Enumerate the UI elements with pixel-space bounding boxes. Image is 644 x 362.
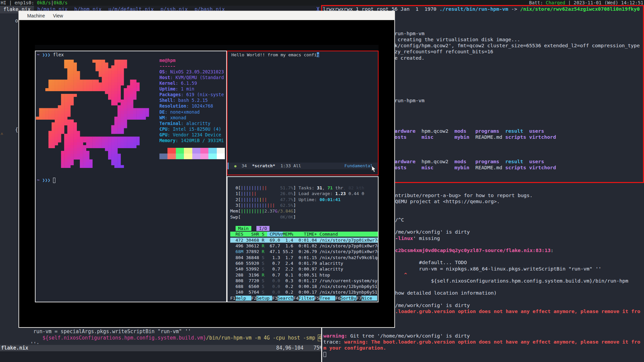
text-segment: 1[ xyxy=(230,191,241,196)
shell-prompt[interactable]: ~ ❯❯❯ xyxy=(37,177,55,183)
fetch-OS: OS: NixOS 23.05.20231023 xyxy=(159,69,224,75)
text-segment: Swp[ xyxy=(230,215,241,220)
vm-emacs-modeline: ● 34 *scratch* 1:33 All Fundamental xyxy=(228,163,378,169)
vm-terminal-fetch[interactable]: ~ ❯❯❯ flex me@hpm------OS: NixOS 23.05.2… xyxy=(35,51,227,302)
fetch-Packages: Packages: 619 (nix-syste xyxy=(159,92,224,98)
text-segment: 3[ xyxy=(230,203,241,208)
text-segment: 0K/0K xyxy=(280,215,293,220)
fetch-Uptime: Uptime: 1 min xyxy=(159,86,194,92)
text-segment: | xyxy=(246,203,249,208)
text-segment: /3.84G xyxy=(278,208,293,214)
htop-meter-row: 0[|||||||||| 51.7%] Tasks: 31, 71 thr, 8… xyxy=(230,185,364,191)
htop-process-row: 68M 37892 R 47.1 55.2 0:26.79 /nix/store… xyxy=(230,249,379,254)
code-line: run-vm = specialArgs.pkgs.writeScriptBin… xyxy=(0,328,191,335)
text-segment: 0.7 2.4 0:01.79 alacritty xyxy=(264,261,343,266)
text-segment: misc xyxy=(422,165,434,170)
text-segment xyxy=(264,278,272,283)
modeline-buffer-name: flake.nix xyxy=(1,345,28,352)
text-segment: 2[ xyxy=(230,197,241,202)
emacs-modeline: flake.nix 84,96-104 75% xyxy=(0,345,321,352)
text-segment: | xyxy=(241,208,243,214)
text-segment: | xyxy=(246,208,249,214)
text-segment: README.md xyxy=(475,134,502,140)
text-segment: ' missing xyxy=(413,235,440,241)
text-segment: , xyxy=(322,185,328,190)
htop-process-row: 688 6560 S 0.0 0.2 0:00.18 /nix/store/12… xyxy=(230,284,379,289)
text-segment: ] xyxy=(293,203,299,208)
text-segment: 472 30468 R 69.0 1.4 0:01.04 /nix/store/… xyxy=(230,238,379,243)
major-mode: Fundamental xyxy=(344,163,373,169)
fetch-Shell: Shell: bash 5.2.15 xyxy=(159,98,208,103)
htop-process-row: 804 36848 S 1.3 1.7 0:01.15 /nix/store/h… xyxy=(230,255,379,260)
terminal-line: warning: Git tree '/home/me/work/config'… xyxy=(324,333,470,339)
menu-machine[interactable]: Machine xyxy=(24,11,48,20)
text-segment: 0.2 0:00.17 /nix/store/12bynbp6y51j xyxy=(280,290,379,295)
htop-tab[interactable]: I/O xyxy=(256,226,269,231)
text-segment: 1.23 xyxy=(335,191,346,196)
palette-swatch xyxy=(192,154,200,159)
text-segment: 67.7 1.6 0:01.02 /nix/store/p7pp0ix0wr7g xyxy=(264,243,379,248)
text-segment: | xyxy=(249,197,251,202)
status-bar-vm: HI | eth0: 0kB/s|0kB/s Batt: Charged | 2… xyxy=(35,45,379,51)
qemu-display[interactable]: HI | eth0: 0kB/s|0kB/s Batt: Charged | 2… xyxy=(19,20,394,327)
text-segment: 37892 xyxy=(243,249,262,254)
htop-header: RES SHR S CPU%▽MEM% TIME+ Command xyxy=(230,231,379,237)
vm-emacs-window[interactable]: Hello World!! from my emacs config ● 34 … xyxy=(227,51,379,175)
htop-process-row: 140 5764 S 0.0 0.2 0:00.17 /nix/store/12… xyxy=(230,289,379,295)
text-segment: MEM% TIME+ Command xyxy=(283,232,379,237)
htop-tab[interactable]: Main xyxy=(236,226,251,231)
vm-screen: HI | eth0: 0kB/s|0kB/s Batt: Charged | 2… xyxy=(35,45,379,302)
text-segment: S xyxy=(262,284,264,289)
text-segment: 0.0 xyxy=(272,284,280,289)
text-segment: | xyxy=(243,191,246,196)
text-segment: | xyxy=(262,197,264,202)
text-segment xyxy=(469,165,476,170)
text-segment: hpm.qcow2 xyxy=(422,159,448,164)
text-segment: | xyxy=(259,203,262,208)
text-segment: 1.3 1.7 0:01.15 /nix/store/ha2fv9kc6lq4 xyxy=(264,255,379,260)
text-segment: virtchord xyxy=(529,165,556,170)
htop-function-keys[interactable]: F1Help F2Setup F3SearchF4FilterF5Tree F6… xyxy=(230,295,377,301)
text-segment: users xyxy=(529,128,544,134)
vm-htop-window[interactable]: 0[|||||||||| 51.7%] Tasks: 31, 71 thr, 8… xyxy=(227,176,379,302)
text-segment: R xyxy=(262,243,264,248)
palette-swatch xyxy=(184,154,192,159)
text-segment: | xyxy=(241,197,243,202)
text-segment: R xyxy=(262,273,264,278)
text-segment xyxy=(466,159,476,164)
palette-swatch xyxy=(176,154,184,159)
text-segment: S xyxy=(262,266,264,272)
htop-process-row: 808 7720 S 0.0 0.3 0:01.17 /run/current-… xyxy=(230,278,379,284)
text-segment: osts xyxy=(395,165,407,170)
fetch-mehpm: me@hpm xyxy=(159,58,176,63)
text-segment: warning: The boot.loader.grub.version op… xyxy=(344,339,640,345)
text-segment xyxy=(434,165,454,170)
fetch-Kernel: Kernel: 6.1.59 xyxy=(159,80,197,86)
text-segment: ./result/bin/run-hpm-vm xyxy=(439,6,508,12)
modeline-accent-bar xyxy=(228,163,229,169)
palette-swatch xyxy=(159,148,167,154)
htop-meter-row: Mem[|||||||||2.37G/3.84G] xyxy=(230,208,299,214)
fetch-Host: Host: KVM/QEMU (Standard xyxy=(159,75,224,80)
qemu-window[interactable]: Machine View HI | eth0: 0kB/s|0kB/s Batt… xyxy=(18,11,395,328)
text-segment: ] xyxy=(293,215,299,220)
text-segment: -linux xyxy=(395,235,413,241)
htop-tabs: Main I/O xyxy=(230,226,275,231)
text-segment: S xyxy=(262,278,264,283)
text-segment: README.md xyxy=(475,165,502,170)
text-segment xyxy=(267,185,280,190)
terminal-cursor xyxy=(324,352,326,357)
text-segment: misc xyxy=(422,134,434,140)
menu-view[interactable]: View xyxy=(50,11,66,20)
scratch-buffer-text: Hello World!! from my emacs config xyxy=(232,52,319,58)
text-segment xyxy=(264,290,272,295)
text-segment: 0.0 xyxy=(272,290,280,295)
terminal-cursor xyxy=(53,178,55,183)
text-segment: Git tree '/home/me/work/config' is dirty xyxy=(347,333,470,339)
text-segment: | xyxy=(256,203,259,208)
text-segment: 0[ xyxy=(230,185,241,190)
text-segment: trace: xyxy=(324,339,344,345)
text-segment: 0.44 0 xyxy=(346,191,364,196)
text-segment xyxy=(523,128,529,134)
text-segment: -> xyxy=(508,6,520,12)
